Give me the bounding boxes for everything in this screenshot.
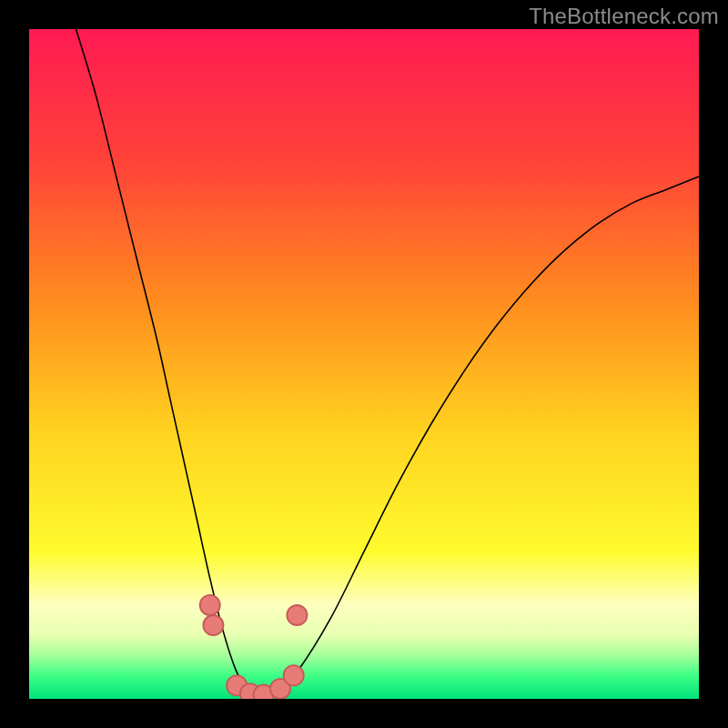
watermark-text: TheBottleneck.com	[529, 4, 719, 29]
plot-area	[29, 29, 699, 699]
gradient-background	[29, 29, 699, 699]
data-marker	[284, 665, 304, 685]
data-marker	[200, 595, 220, 615]
data-marker	[203, 615, 223, 635]
chart-frame: TheBottleneck.com	[0, 0, 728, 728]
data-marker	[287, 605, 307, 625]
bottleneck-chart	[29, 29, 699, 699]
